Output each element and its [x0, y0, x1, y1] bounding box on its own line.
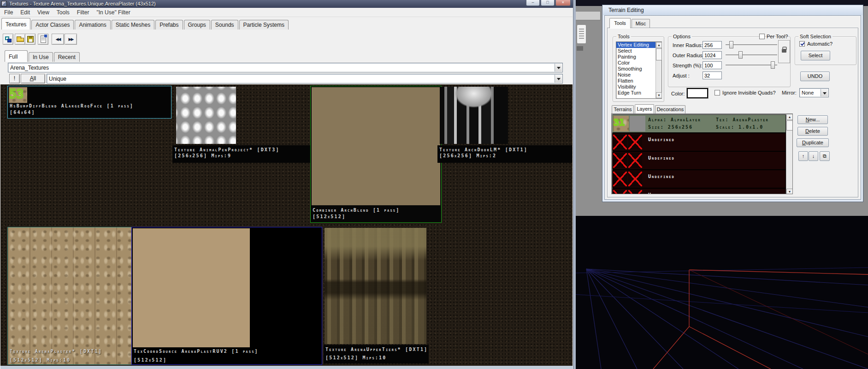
mirror-combobox[interactable]: None — [799, 88, 829, 97]
texture-grid[interactable]: 53 HsBumpDiffBlend ALargeRoqFace [1 pass… — [0, 84, 573, 366]
mirror-label: Mirror: — [782, 90, 797, 95]
lock-radii-button[interactable] — [778, 40, 790, 63]
tool-item-visibility[interactable]: Visibility — [616, 84, 661, 90]
slider-thumb[interactable] — [729, 41, 733, 48]
layer-row-undefined[interactable]: Undefined — [612, 170, 785, 188]
tool-item-color[interactable]: Color — [616, 60, 661, 66]
automatic-checkbox[interactable] — [799, 41, 805, 47]
tool-item-edge-turn[interactable]: Edge Turn — [616, 90, 661, 96]
docking-button[interactable] — [3, 34, 13, 45]
tool-item-painting[interactable]: Painting — [616, 54, 661, 60]
menu-filter[interactable]: Filter — [73, 9, 93, 16]
group-combobox[interactable]: Unique — [47, 74, 563, 83]
strength-slider[interactable] — [726, 61, 777, 69]
tab-sounds[interactable]: Sounds — [211, 20, 238, 30]
tab-decorations[interactable]: Decorations — [655, 105, 685, 113]
duplicate-layer-button[interactable]: Duplicate — [797, 138, 829, 147]
menu-inuse-filter[interactable]: "In Use" Filter — [93, 9, 134, 16]
chevron-down-icon[interactable] — [821, 89, 828, 96]
select-button[interactable]: Select — [801, 51, 830, 60]
texture-item-arenaplastruv2[interactable]: TexCoordSource ArenaPlastRUV2 [1 pass] [… — [131, 227, 322, 365]
tool-item-flatten[interactable]: Flatten — [616, 78, 661, 84]
chevron-down-icon[interactable] — [555, 64, 562, 71]
tab-static-meshes[interactable]: Static Meshes — [112, 20, 154, 30]
next-group-button[interactable]: ▶▶ — [65, 34, 77, 45]
texture-item-arenaplaster[interactable]: Texture ArenaPlaster* [DXT1] [512x512] M… — [7, 227, 137, 365]
undo-button[interactable]: UNDO — [800, 71, 830, 81]
tab-actor-classes[interactable]: Actor Classes — [31, 20, 74, 30]
adjust-input[interactable] — [703, 71, 722, 79]
layer-row-undefined[interactable]: Undefined — [612, 152, 785, 169]
menu-tools[interactable]: Tools — [53, 9, 73, 16]
titlebar[interactable]: Textures - Texture Arena_Textures.Unique… — [0, 0, 573, 8]
menu-edit[interactable]: Edit — [17, 9, 34, 16]
window-right-border[interactable] — [573, 0, 576, 369]
layer-row-undefined[interactable]: Undefined — [612, 189, 785, 194]
tool-listbox[interactable]: Vertex Editing Select Painting Color Smo… — [616, 42, 662, 99]
scrollbar-thumb[interactable] — [786, 120, 793, 131]
slider-thumb[interactable] — [738, 51, 743, 59]
color-swatch[interactable] — [687, 88, 708, 98]
dialog-titlebar[interactable]: Terrain Editing — [603, 6, 862, 15]
minimize-button[interactable]: – — [526, 0, 540, 6]
move-layer-up-button[interactable]: ↑ — [798, 151, 808, 161]
tab-particle-systems[interactable]: Particle Systems — [239, 20, 289, 30]
properties-button[interactable] — [38, 34, 48, 45]
slider-thumb[interactable] — [771, 61, 775, 69]
layer-row-undefined[interactable]: Undefined — [612, 133, 785, 151]
tab-in-use[interactable]: In Use — [29, 52, 53, 62]
layer-row-alphalayer[interactable]: 31 Alpha: AlphaLayer Tex: ArenaPlaster S… — [612, 115, 785, 132]
tab-prefabs[interactable]: Prefabs — [155, 20, 183, 30]
chevron-down-icon[interactable] — [555, 75, 562, 83]
3d-viewport[interactable] — [573, 216, 868, 369]
scroll-up-icon[interactable]: ▲ — [656, 42, 662, 48]
tab-full[interactable]: Full — [5, 50, 28, 62]
ignore-invisible-quads-checkbox[interactable] — [714, 90, 720, 95]
open-package-button[interactable] — [15, 34, 25, 45]
outer-radius-slider[interactable] — [726, 51, 777, 59]
tab-tools[interactable]: Tools — [609, 18, 631, 28]
tab-misc[interactable]: Misc — [632, 19, 650, 28]
tab-textures[interactable]: Textures — [1, 18, 30, 30]
tab-layers[interactable]: Layers — [635, 104, 654, 113]
scrollbar-thumb[interactable] — [656, 48, 662, 60]
close-button[interactable]: × — [555, 0, 571, 6]
layers-scrollbar[interactable]: ▲ ▼ — [786, 114, 792, 194]
new-layer-button[interactable]: New... — [797, 115, 828, 124]
per-tool-checkbox[interactable] — [759, 34, 765, 39]
scroll-up-icon[interactable]: ▲ — [786, 114, 793, 120]
delete-layer-button[interactable]: Delete — [797, 127, 828, 136]
filter-button[interactable]: ! — [9, 74, 20, 83]
scroll-down-icon[interactable]: ▼ — [656, 92, 662, 98]
move-layer-down-button[interactable]: ↓ — [809, 151, 818, 161]
strength-input[interactable] — [703, 61, 722, 69]
outer-radius-input[interactable] — [703, 51, 722, 59]
save-package-button[interactable] — [25, 34, 35, 45]
tool-item-smoothing[interactable]: Smoothing — [616, 66, 661, 72]
package-combobox[interactable]: Arena_Textures — [8, 63, 563, 72]
texture-item-hsbumpdiffblend[interactable]: 53 HsBumpDiffBlend ALargeRoqFace [1 pass… — [7, 86, 171, 119]
tool-item-vertex-editing[interactable]: Vertex Editing — [616, 42, 661, 48]
scroll-down-icon[interactable]: ▼ — [786, 189, 793, 194]
inner-radius-slider[interactable] — [726, 41, 777, 48]
tool-item-select[interactable]: Select — [616, 48, 661, 54]
mirror-value: None — [802, 90, 814, 95]
menu-file[interactable]: File — [0, 9, 17, 16]
layer-view-button[interactable]: ⧉ — [820, 151, 830, 161]
tab-animations[interactable]: Animations — [75, 20, 110, 30]
tab-groups[interactable]: Groups — [184, 20, 210, 30]
texture-item-archblend[interactable]: Combiner ArchBlend [1 pass] [512x512] — [310, 86, 442, 223]
menu-view[interactable]: View — [34, 9, 53, 16]
maximize-button[interactable]: □ — [541, 0, 555, 6]
all-button[interactable]: All — [21, 74, 45, 83]
texture-item-animalpenproject[interactable] — [176, 87, 236, 144]
previous-group-button[interactable]: ◀◀ — [52, 34, 64, 45]
texture-item-archdoorlm[interactable] — [440, 87, 508, 144]
tool-item-noise[interactable]: Noise — [616, 72, 661, 78]
texture-item-arenauppertiers[interactable] — [325, 228, 426, 344]
tab-terrains[interactable]: Terrains — [612, 105, 634, 113]
inner-radius-input[interactable] — [703, 41, 722, 49]
tool-list-scrollbar[interactable]: ▲ ▼ — [655, 42, 661, 98]
layers-list[interactable]: 31 Alpha: AlphaLayer Tex: ArenaPlaster S… — [611, 113, 793, 194]
tab-recent[interactable]: Recent — [54, 52, 80, 62]
